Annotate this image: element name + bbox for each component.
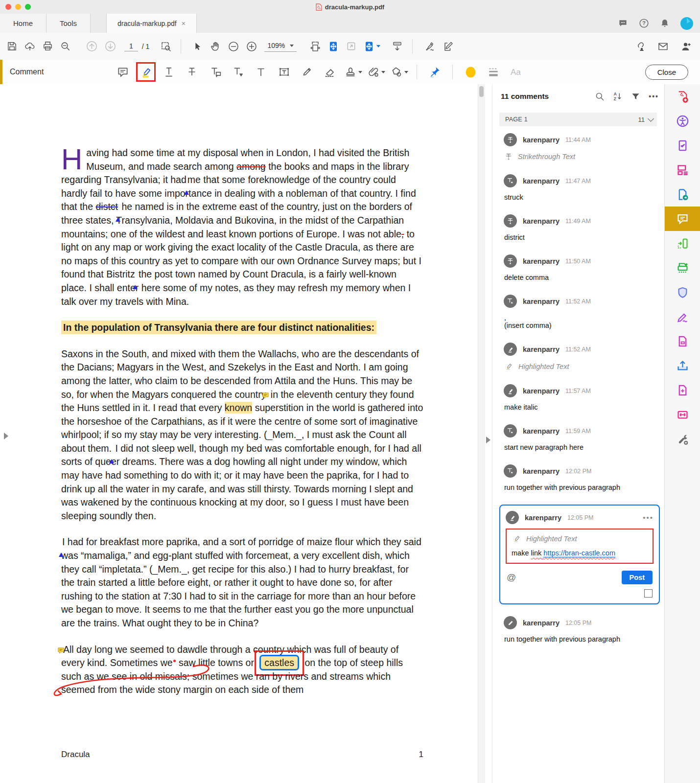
comment-item[interactable]: karenparry11:44 AMStrikethrough Text [499,133,661,161]
add-text-tool-icon[interactable] [252,63,270,81]
email-icon[interactable] [657,41,669,52]
fill-and-sign-icon[interactable] [443,41,455,52]
save-icon[interactable] [6,41,18,52]
attach-file-tool-icon[interactable] [367,63,385,81]
comment-options-icon[interactable]: ••• [643,513,653,522]
fill-sign-icon[interactable] [665,304,700,329]
comment-item[interactable]: karenparry12:05 PMrun together with prev… [499,616,661,643]
comment-item-selected[interactable]: karenparry12:05 PM•••Highlighted Textmak… [499,505,660,604]
resolve-checkbox[interactable] [644,589,653,598]
fit-page-icon[interactable] [327,41,339,52]
strikethrough-text-tool-icon[interactable] [183,63,201,81]
keep-tool-pin-icon[interactable] [425,63,444,81]
close-tab-icon[interactable]: × [182,20,186,27]
scrollbar-thumb[interactable] [479,86,484,97]
fullscreen-icon[interactable] [346,41,357,52]
print-icon[interactable] [42,41,53,52]
tab-home[interactable]: Home [0,14,47,33]
comment-item[interactable]: karenparry11:50 AMdelete comma [499,254,661,281]
underline-text-tool-icon[interactable] [160,63,178,81]
tab-document[interactable]: dracula-markup.pdf × [106,14,197,33]
add-person-icon[interactable] [680,41,692,52]
next-page-icon[interactable] [104,40,117,52]
user-avatar[interactable] [680,17,693,30]
previous-page-icon[interactable] [86,40,98,52]
zoom-out-icon[interactable] [228,41,239,52]
search-icon[interactable] [60,41,71,52]
zoom-in-icon[interactable] [246,41,257,52]
stamp-tool-icon[interactable] [344,63,362,81]
highlighter-tool-icon[interactable] [137,63,155,81]
organize-pages-icon[interactable] [665,329,700,353]
close-comment-button[interactable]: Close [645,65,688,80]
line-weight-icon[interactable] [484,63,503,81]
collapse-group-icon[interactable] [648,115,654,122]
comment-item[interactable]: karenparry11:57 AMmake italic [499,384,661,411]
eraser-tool-icon[interactable] [321,63,339,81]
highlight-annotation[interactable]: known [225,402,252,414]
document-scrollbar[interactable] [478,84,485,783]
hand-pan-icon[interactable] [210,41,221,52]
comment-item[interactable]: karenparry11:49 AMdistrict [499,214,661,241]
document-pane[interactable]: Having had some time at my disposal when… [0,84,492,783]
combine-files-icon[interactable] [665,158,700,182]
upload-cloud-icon[interactable] [24,41,36,52]
sign-pen-icon[interactable] [424,41,436,52]
drawing-shapes-tool-icon[interactable] [390,63,408,81]
comment-item[interactable]: karenparry11:47 AMstruck [499,174,661,201]
compress-pdf-icon[interactable] [665,402,700,427]
selected-highlight-annotation[interactable]: castles [259,655,299,670]
strikethrough-annotation[interactable]: , [401,229,404,239]
comment-item[interactable]: karenparry12:02 PMrun together with prev… [499,464,661,491]
create-pdf-icon[interactable] [665,84,700,109]
expand-right-panel-icon[interactable] [486,437,490,443]
share-link-icon[interactable] [634,41,646,52]
filter-comments-icon[interactable] [631,92,640,101]
comment-tool-icon[interactable] [665,207,700,231]
pencil-tool-icon[interactable] [298,63,316,81]
text-box-tool-icon[interactable] [275,63,293,81]
protect-icon[interactable] [665,280,700,304]
post-button[interactable]: Post [622,571,653,584]
insert-text-tool-icon[interactable] [229,63,247,81]
edit-pdf-icon[interactable] [665,231,700,255]
color-swatch[interactable] [461,63,480,81]
marquee-zoom-icon[interactable] [160,41,172,52]
sticky-note-annotation[interactable] [266,391,268,398]
zoom-level-select[interactable]: 109% [264,41,297,52]
read-mode-icon[interactable] [391,41,403,52]
expand-left-panel-icon[interactable] [4,433,8,439]
share-icon[interactable] [665,353,700,378]
freehand-pen-annotation[interactable] [47,661,218,710]
comment-item[interactable]: karenparry11:52 AM, (insert comma) [499,295,661,329]
page-group-header[interactable]: PAGE 1 11 [499,113,657,126]
search-comments-icon[interactable] [595,92,605,101]
dynamic-zoom-icon[interactable] [363,41,380,52]
scan-ocr-icon[interactable] [665,255,700,280]
feedback-icon[interactable] [618,19,628,28]
help-icon[interactable]: ? [639,18,649,28]
export-pdf-icon[interactable] [665,182,700,207]
sticky-note-annotation[interactable] [61,646,63,653]
comment-item[interactable]: karenparry11:52 AMHighlighted Text [499,343,661,371]
sticky-note-tool-icon[interactable] [114,63,132,81]
strikethrough-annotation[interactable]: among [236,161,266,172]
fit-width-icon[interactable] [309,41,321,52]
comment-item[interactable]: karenparry11:59 AMstart new paragraph he… [499,424,661,451]
replace-annotation[interactable]: distct [95,201,118,212]
select-cursor-icon[interactable] [192,41,203,52]
highlight-annotation[interactable]: In the population of Transylvania there … [61,321,376,334]
add-tools-icon[interactable] [665,427,700,451]
sort-comments-icon[interactable]: AZ [613,92,623,101]
prepare-form-icon[interactable] [665,133,700,158]
mention-icon[interactable]: @ [507,572,516,583]
comments-options-icon[interactable]: ••• [649,92,659,100]
notifications-bell-icon[interactable] [660,18,670,28]
accessibility-icon[interactable] [665,109,700,133]
crop-pages-icon[interactable] [665,378,700,402]
comment-link[interactable]: https://bran-castle.com [543,549,615,557]
replace-text-tool-icon[interactable] [206,63,224,81]
red-rectangle-annotation[interactable]: castles [255,650,304,676]
page-number-input[interactable]: 1 [124,41,138,51]
tab-tools[interactable]: Tools [47,14,91,33]
